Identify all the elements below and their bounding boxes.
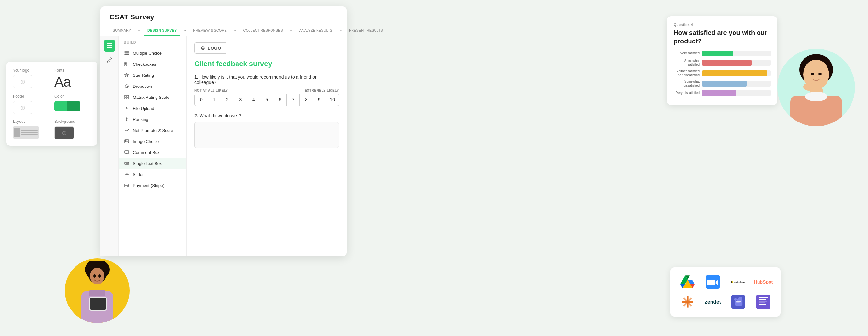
scale-label-right: EXTREMELY LIKELY	[305, 89, 339, 92]
logo-button[interactable]: ⊕ LOGO	[194, 42, 227, 54]
survey-main-title: Client feedback survey	[194, 60, 339, 68]
chart-row-4: Very dissatisfied	[674, 90, 771, 96]
design-color-label: Color	[55, 94, 91, 98]
multiple-choice-icon	[124, 50, 130, 56]
tab-present-results[interactable]: PRESENT RESULTS	[346, 26, 386, 36]
svg-rect-12	[125, 97, 126, 99]
scale-1[interactable]: 1	[208, 94, 221, 106]
chart-label-4: Very dissatisfied	[674, 91, 700, 95]
menu-star-rating[interactable]: Star Rating	[119, 70, 186, 81]
chart-bar-0	[702, 51, 733, 56]
chart-container: Very satisfied Somewhatsatisfied Neither…	[674, 51, 771, 96]
question-2-text: 2. What do we do well?	[194, 113, 339, 118]
nps-icon	[124, 127, 130, 133]
menu-ranking[interactable]: Ranking	[119, 114, 186, 125]
scale-2[interactable]: 2	[221, 94, 234, 106]
checkboxes-icon	[124, 61, 130, 67]
chart-row-0: Very satisfied	[674, 51, 771, 56]
builder-title: CSAT Survey	[110, 13, 338, 21]
image-choice-icon	[124, 139, 130, 144]
chart-bar-wrap-1	[702, 60, 771, 66]
svg-rect-47	[759, 304, 766, 305]
tab-analyze-results[interactable]: ANALYZE RESULTS	[296, 26, 336, 36]
menu-matrix-label: Matrix/Rating Scale	[133, 95, 169, 100]
menu-checkboxes[interactable]: Checkboxes	[119, 59, 186, 70]
svg-rect-1	[107, 45, 112, 46]
menu-star-rating-label: Star Rating	[133, 73, 154, 78]
sidebar-build-icon[interactable]	[104, 40, 115, 52]
builder-header: CSAT Survey SUMMARY → DESIGN SURVEY → PR…	[100, 6, 347, 36]
svg-text:zendesk: zendesk	[705, 299, 721, 305]
svg-point-63	[818, 72, 822, 75]
menu-dropdown[interactable]: Dropdown	[119, 81, 186, 92]
comment-box-icon	[124, 149, 130, 155]
svg-rect-38	[737, 301, 741, 301]
scale-6[interactable]: 6	[273, 94, 287, 106]
person-yellow-figure	[65, 258, 130, 323]
tab-collect-responses[interactable]: COLLECT RESPONSES	[240, 26, 286, 36]
menu-single-text-box[interactable]: Single Text Box	[119, 158, 186, 169]
menu-multiple-choice-label: Multiple Choice	[133, 51, 162, 56]
design-layout-section: Layout	[13, 119, 49, 139]
integration-mailchimp: mailchimp	[730, 274, 746, 290]
svg-rect-10	[125, 95, 126, 97]
scale-10[interactable]: 10	[326, 94, 339, 106]
file-upload-icon	[124, 105, 130, 111]
menu-single-text-box-label: Single Text Box	[133, 161, 162, 166]
single-text-box-icon	[124, 160, 130, 166]
scale-4[interactable]: 4	[247, 94, 260, 106]
question-2-textarea[interactable]	[194, 122, 339, 148]
scale-5[interactable]: 5	[260, 94, 274, 106]
scale-9[interactable]: 9	[313, 94, 326, 106]
design-footer-box[interactable]: ⊕	[13, 101, 32, 114]
menu-image-choice-label: Image Choice	[133, 139, 159, 144]
svg-rect-4	[125, 53, 129, 54]
plus-icon-logo: ⊕	[20, 78, 26, 86]
chart-label-3: Somewhatdissatisfied	[674, 80, 700, 88]
menu-dropdown-label: Dropdown	[133, 84, 152, 89]
mailchimp-text: mailchimp	[733, 281, 746, 283]
design-color-section: Color	[55, 94, 91, 114]
svg-point-55	[93, 274, 96, 278]
integration-zoom	[705, 274, 721, 290]
sidebar-design-icon[interactable]	[104, 54, 115, 66]
menu-nps[interactable]: Net Promoter® Score	[119, 125, 186, 136]
plus-icon-bg: ⊕	[62, 129, 67, 137]
menu-image-choice[interactable]: Image Choice	[119, 136, 186, 147]
design-footer-section: Footer ⊕	[13, 94, 49, 114]
scale-labels: NOT AT ALL LIKELY EXTREMELY LIKELY	[194, 89, 339, 92]
menu-file-upload-label: File Upload	[133, 106, 154, 111]
svg-rect-11	[127, 95, 129, 97]
design-background-box[interactable]: ⊕	[55, 126, 74, 139]
tab-summary[interactable]: SUMMARY	[110, 26, 134, 36]
scale-7[interactable]: 7	[286, 94, 300, 106]
menu-payment[interactable]: Payment (Stripe)	[119, 180, 186, 191]
layout-line-2	[21, 132, 38, 133]
scale-0[interactable]: 0	[194, 94, 208, 106]
chart-bar-wrap-3	[702, 81, 771, 87]
chart-row-3: Somewhatdissatisfied	[674, 80, 771, 88]
scale-3[interactable]: 3	[234, 94, 248, 106]
menu-matrix[interactable]: Matrix/Rating Scale	[119, 92, 186, 103]
svg-rect-14	[125, 140, 129, 143]
svg-rect-66	[807, 84, 810, 89]
menu-file-upload[interactable]: File Upload	[119, 103, 186, 114]
slider-icon	[124, 172, 130, 177]
scale-8[interactable]: 8	[299, 94, 313, 106]
chart-label-2: Neither satisfiednor dissatisfied	[674, 69, 700, 77]
svg-rect-7	[125, 64, 126, 66]
menu-comment-box[interactable]: Comment Box	[119, 147, 186, 158]
svg-rect-45	[759, 301, 767, 301]
tab-design-survey[interactable]: DESIGN SURVEY	[144, 26, 180, 36]
menu-multiple-choice[interactable]: Multiple Choice	[119, 48, 186, 59]
tab-preview-score[interactable]: PREVIEW & SCORE	[190, 26, 230, 36]
chart-bar-wrap-4	[702, 90, 771, 96]
integration-teams	[730, 294, 746, 310]
menu-slider[interactable]: Slider	[119, 169, 186, 180]
scale-label-left: NOT AT ALL LIKELY	[194, 89, 228, 92]
svg-rect-13	[127, 97, 129, 99]
design-color-box[interactable]	[55, 101, 80, 112]
design-logo-box[interactable]: ⊕	[13, 75, 32, 88]
logo-btn-label: LOGO	[208, 46, 221, 51]
arrow-3: →	[230, 26, 240, 36]
